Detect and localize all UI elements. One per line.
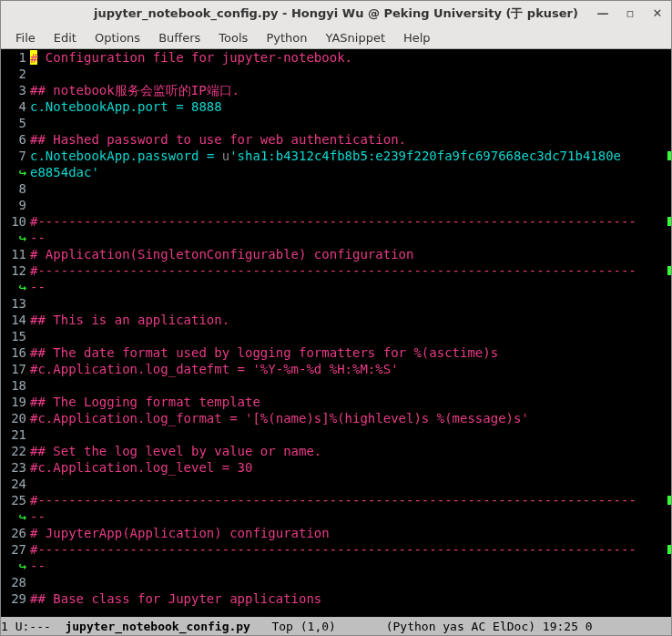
code-text: ## The Logging format template [30, 395, 260, 409]
window: jupyter_notebook_config.py - Hongyi Wu @… [0, 0, 672, 636]
line-number: 4 [1, 98, 30, 115]
wrap-indicator-icon: ↪ [1, 508, 30, 525]
code-text: -- [30, 231, 46, 245]
code-text: ## Hashed password to use for web authen… [30, 132, 406, 147]
titlebar: jupyter_notebook_config.py - Hongyi Wu @… [1, 1, 671, 26]
line-number: 23 [1, 459, 30, 476]
line-number: 8 [1, 180, 30, 197]
code-text: = [207, 149, 222, 163]
menu-file[interactable]: File [6, 29, 45, 46]
menu-options[interactable]: Options [86, 29, 149, 46]
line-number: 2 [1, 66, 30, 82]
code-text: ## Set the log level by value or name. [30, 444, 321, 458]
line-number: 5 [1, 115, 30, 131]
line-number: 20 [1, 410, 30, 426]
editor-pane[interactable]: 1# Configuration file for jupyter-notebo… [1, 49, 671, 617]
wrap-indicator-icon: ↪ [1, 558, 30, 574]
line-number: 19 [1, 394, 30, 410]
code-text: #---------------------------------------… [30, 263, 636, 278]
modeline-position: Top (1,0) [250, 620, 386, 633]
code-text: = [176, 99, 191, 114]
line-number: 24 [1, 476, 30, 492]
code-text: #c.Application.log_level = 30 [30, 460, 252, 475]
line-number: 17 [1, 361, 30, 377]
line-number: 11 [1, 246, 30, 262]
code-text: ## The date format used by logging forma… [30, 345, 498, 360]
line-number: 28 [1, 574, 30, 590]
code-text: ## notebook服务会监听的IP端口. [30, 83, 239, 97]
modeline: 1 U:--- jupyter_notebook_config.py Top (… [1, 617, 671, 635]
modeline-buffer: jupyter_notebook_config.py [65, 620, 250, 633]
maximize-button[interactable]: ▫ [622, 5, 638, 21]
wrap-marker [667, 217, 671, 226]
line-number: 6 [1, 131, 30, 148]
code-text: ## This is an application. [30, 313, 229, 327]
line-number: 1 [1, 49, 30, 66]
line-number: 12 [1, 262, 30, 279]
close-button[interactable]: ✕ [649, 5, 666, 21]
menubar: File Edit Options Buffers Tools Python Y… [1, 26, 671, 49]
line-number: 26 [1, 525, 30, 541]
code-text: 8888 [191, 99, 222, 114]
line-number: 27 [1, 541, 30, 558]
line-number: 21 [1, 426, 30, 443]
line-number: 9 [1, 197, 30, 213]
code-text: e8854dac' [30, 165, 99, 180]
wrap-marker [667, 151, 671, 160]
menu-buffers[interactable]: Buffers [149, 29, 209, 46]
code-text: c.NotebookApp.password [30, 149, 207, 163]
code-text: -- [30, 509, 46, 524]
menu-tools[interactable]: Tools [209, 29, 257, 46]
wrap-indicator-icon: ↪ [1, 164, 30, 180]
code-text: #---------------------------------------… [30, 493, 636, 508]
wrap-indicator-icon: ↪ [1, 230, 30, 246]
line-number: 10 [1, 213, 30, 230]
code-text: 'sha1:b4312c4fb8b5:e239f220fa9fc697668ec… [229, 149, 621, 163]
menu-python[interactable]: Python [257, 29, 316, 46]
line-number: 14 [1, 312, 30, 328]
code-text: # Configuration file for jupyter-noteboo… [30, 50, 352, 65]
line-number: 18 [1, 377, 30, 394]
line-number: 29 [1, 590, 30, 607]
line-number: 3 [1, 82, 30, 98]
line-number: 22 [1, 443, 30, 459]
line-number: 13 [1, 295, 30, 312]
code-text: # JupyterApp(Application) configuration [30, 526, 330, 540]
menu-edit[interactable]: Edit [45, 29, 86, 46]
code-text: #c.Application.log_datefmt = '%Y-%m-%d %… [30, 362, 399, 376]
window-title: jupyter_notebook_config.py - Hongyi Wu @… [94, 5, 578, 22]
window-controls: — ▫ ✕ [595, 5, 666, 21]
wrap-marker [667, 266, 671, 275]
wrap-indicator-icon: ↪ [1, 279, 30, 295]
code-text: #c.Application.log_format = '[%(name)s]%… [30, 411, 529, 426]
menu-help[interactable]: Help [394, 29, 440, 46]
text-cursor [30, 50, 37, 65]
code-text: #---------------------------------------… [30, 214, 636, 229]
menu-yasnippet[interactable]: YASnippet [316, 29, 394, 46]
code-text: -- [30, 559, 46, 573]
line-number: 15 [1, 328, 30, 344]
code-text: # Application(SingletonConfigurable) con… [30, 247, 413, 262]
minimize-button[interactable]: — [595, 5, 611, 21]
wrap-marker [667, 545, 671, 554]
code-text: u [222, 149, 229, 163]
wrap-marker [667, 496, 671, 505]
code-text: -- [30, 280, 46, 294]
code-text: ## Base class for Jupyter applications [30, 591, 321, 606]
code-text: c.NotebookApp.port [30, 99, 176, 114]
line-number: 25 [1, 492, 30, 508]
code-text: #---------------------------------------… [30, 542, 636, 557]
line-number: 16 [1, 344, 30, 361]
line-number: 7 [1, 148, 30, 164]
modeline-status: 1 U:--- [1, 620, 65, 633]
modeline-modes: (Python yas AC ElDoc) 19:25 0 [386, 620, 593, 633]
